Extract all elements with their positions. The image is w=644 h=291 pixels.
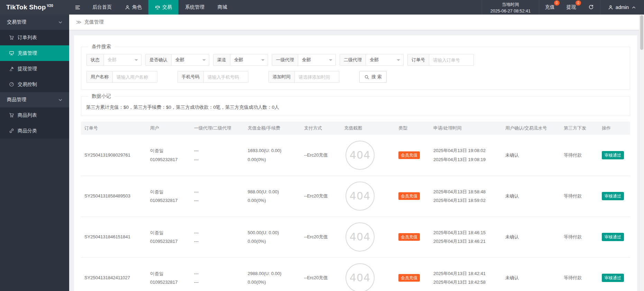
cell-confirm: 未确认 bbox=[502, 257, 560, 291]
user-menu[interactable]: admin bbox=[600, 0, 644, 15]
withdraw-notification-button[interactable]: 提现 0 bbox=[561, 0, 582, 15]
status-select[interactable]: 全部 bbox=[104, 54, 141, 65]
cell-times: 2025年04月13日 18:46:152025年04月13日 18:46:21 bbox=[430, 217, 502, 257]
sidebar-item-trade-control[interactable]: 交易控制 bbox=[0, 77, 69, 92]
cell-screenshot: 404 bbox=[341, 135, 395, 176]
local-time-block: 当地时间 2025-06-27 08:52:41 bbox=[482, 0, 539, 15]
vertical-scrollbar[interactable] bbox=[639, 15, 644, 291]
sidebar-item-withdraw-management[interactable]: 提现管理 bbox=[0, 61, 69, 77]
refresh-button[interactable] bbox=[582, 0, 600, 15]
top-nav-item-mall[interactable]: 商城 bbox=[211, 0, 234, 15]
user-icon bbox=[608, 5, 613, 10]
broken-image-placeholder[interactable]: 404 bbox=[346, 141, 375, 170]
cell-times: 2025年04月13日 18:58:482025年04月13日 18:59:02 bbox=[430, 176, 502, 217]
agent2-select[interactable]: 全部 bbox=[366, 54, 403, 65]
type-badge: 会员充值 bbox=[398, 151, 420, 159]
cell-type: 会员充值 bbox=[395, 217, 430, 257]
approve-button[interactable]: 审核通过 bbox=[602, 274, 624, 282]
table-header-row: 订单号用户一级代理/二级代理充值金额/手续费支付方式充值截图类型申请/处理时间用… bbox=[81, 122, 630, 135]
content: 条件搜索 状态全部是否确认全部渠道全部一级代理全部二级代理全部 订单号 用户名称 bbox=[69, 30, 644, 291]
filter-row-2: 用户名称 手机号码 添加时间 bbox=[86, 71, 625, 83]
confirmed-label: 是否确认 bbox=[146, 54, 172, 65]
top-nav: 后台首页角色交易系统管理商城 bbox=[86, 0, 234, 15]
main-area: ≫ 充值管理 条件搜索 状态全部是否确认全部渠道全部一级代理全部二级代理全部 订… bbox=[69, 15, 644, 291]
approve-button[interactable]: 审核通过 bbox=[602, 192, 624, 200]
cell-order-no: SY2504131908029761 bbox=[81, 135, 147, 176]
approve-button[interactable]: 审核通过 bbox=[602, 233, 624, 241]
cell-user: 이종일01095232817 bbox=[147, 257, 191, 291]
cell-user: 이종일01095232817 bbox=[147, 217, 191, 257]
status-filter: 状态全部 bbox=[86, 54, 141, 66]
sidebar-item-product-category[interactable]: 商品分类 bbox=[0, 123, 69, 139]
cell-agents: ------ bbox=[191, 176, 244, 217]
gavel-icon bbox=[9, 66, 14, 71]
cell-pay-method: --Erc20充值 bbox=[301, 176, 341, 217]
type-badge: 会员充值 bbox=[398, 274, 420, 282]
username: admin bbox=[616, 5, 629, 10]
recharge-table: 订单号用户一级代理/二级代理充值金额/手续费支付方式充值截图类型申请/处理时间用… bbox=[81, 122, 630, 291]
sidebar: 交易管理订单列表充值管理提现管理交易控制商品管理商品列表商品分类 bbox=[0, 15, 69, 291]
add-time-label: 添加时间 bbox=[269, 71, 295, 82]
cell-user: 이종일01095232817 bbox=[147, 176, 191, 217]
sidebar-item-product-list[interactable]: 商品列表 bbox=[0, 107, 69, 123]
table-row: SY2504131908029761 이종일01095232817 ------… bbox=[81, 135, 630, 176]
top-nav-item-system[interactable]: 系统管理 bbox=[178, 0, 211, 15]
status-label: 状态 bbox=[87, 54, 104, 65]
top-nav-item-role[interactable]: 角色 bbox=[118, 0, 148, 15]
withdraw-badge: 0 bbox=[576, 0, 581, 6]
agent1-select[interactable]: 全部 bbox=[298, 54, 335, 65]
cell-agents: ------ bbox=[191, 217, 244, 257]
sidebar-group-trade-management[interactable]: 交易管理 bbox=[0, 15, 69, 30]
username-label: 用户名称 bbox=[87, 71, 113, 82]
cell-amount-fee: 1693.00(U: 0.00)0.00(0%) bbox=[244, 135, 301, 176]
sidebar-toggle-button[interactable] bbox=[69, 0, 86, 15]
menu-icon bbox=[75, 5, 81, 10]
agent2-label: 二级代理 bbox=[340, 54, 366, 65]
top-nav-item-trade[interactable]: 交易 bbox=[148, 0, 178, 15]
gauge-icon bbox=[9, 82, 14, 87]
username-filter: 用户名称 bbox=[86, 71, 157, 83]
sidebar-item-recharge-management[interactable]: 充值管理 bbox=[0, 45, 69, 61]
add-time-input[interactable] bbox=[295, 71, 339, 82]
cell-confirm: 未确认 bbox=[502, 135, 560, 176]
sidebar-group-product-management[interactable]: 商品管理 bbox=[0, 92, 69, 107]
cell-times: 2025年04月13日 18:42:412025年04月13日 18:42:58 bbox=[430, 257, 502, 291]
broken-image-placeholder[interactable]: 404 bbox=[346, 182, 375, 211]
column-header: 第三方下发 bbox=[560, 122, 598, 135]
recharge-notification-button[interactable]: 充值 0 bbox=[539, 0, 561, 15]
confirmed-select[interactable]: 全部 bbox=[172, 54, 209, 65]
summary-legend: 数据小记 bbox=[88, 93, 114, 99]
cell-third-party: 等待付款 bbox=[560, 257, 598, 291]
cell-third-party: 等待付款 bbox=[560, 217, 598, 257]
app-logo: TikTok ShopV20 bbox=[0, 0, 69, 15]
broken-image-placeholder[interactable]: 404 bbox=[346, 263, 375, 291]
summary-text: 第三方累计充值：$0，第三方手续费：$0，第三方成功收款：0笔，第三方充值成功人… bbox=[81, 99, 630, 116]
order-no-input[interactable] bbox=[429, 54, 473, 65]
cell-order-no: SY2504131842411027 bbox=[81, 257, 147, 291]
top-nav-item-dashboard[interactable]: 后台首页 bbox=[86, 0, 118, 15]
phone-input[interactable] bbox=[204, 71, 248, 82]
scrollbar-thumb[interactable] bbox=[640, 15, 643, 50]
search-button[interactable]: 搜 索 bbox=[359, 71, 387, 83]
cell-amount-fee: 500.00(U: 0.00)0.00(0%) bbox=[244, 217, 301, 257]
username-input[interactable] bbox=[113, 71, 157, 82]
cell-order-no: SY2504131858489503 bbox=[81, 176, 147, 217]
cell-type: 会员充值 bbox=[395, 135, 430, 176]
agent1-label: 一级代理 bbox=[272, 54, 298, 65]
confirmed-filter: 是否确认全部 bbox=[145, 54, 209, 66]
table-row: SY2504131858489503 이종일01095232817 ------… bbox=[81, 176, 630, 217]
cell-confirm: 未确认 bbox=[502, 217, 560, 257]
page-title: 充值管理 bbox=[84, 19, 104, 25]
cell-third-party: 等待付款 bbox=[560, 176, 598, 217]
channel-select[interactable]: 全部 bbox=[230, 54, 268, 65]
cell-agents: ------ bbox=[191, 257, 244, 291]
top-bar-right: 当地时间 2025-06-27 08:52:41 充值 0 提现 0 admin bbox=[482, 0, 644, 15]
board-icon bbox=[9, 51, 14, 56]
sidebar-item-order-list[interactable]: 订单列表 bbox=[0, 30, 69, 45]
broken-image-placeholder[interactable]: 404 bbox=[346, 222, 375, 252]
local-time-label: 当地时间 bbox=[490, 1, 531, 8]
channel-filter: 渠道全部 bbox=[213, 54, 268, 66]
approve-button[interactable]: 审核通过 bbox=[602, 151, 624, 159]
scales-icon bbox=[155, 5, 160, 10]
cell-amount-fee: 988.00(U: 0.00)0.00(0%) bbox=[244, 176, 301, 217]
